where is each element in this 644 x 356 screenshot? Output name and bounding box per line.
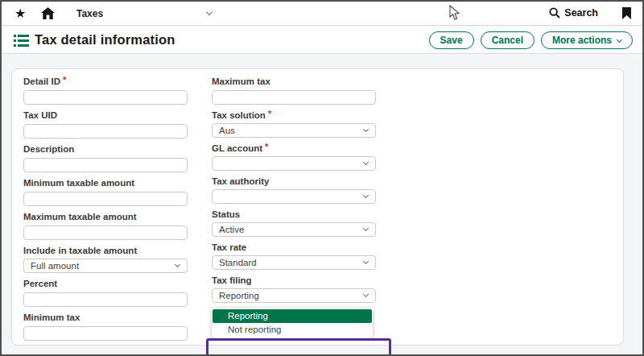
status-select[interactable]: Active xyxy=(212,222,376,237)
gl-account-field: GL account* xyxy=(212,143,376,171)
select-value: Aus xyxy=(219,126,235,135)
required-asterisk: * xyxy=(268,109,271,118)
field-label: Status xyxy=(212,209,240,219)
maximum-tax-input[interactable] xyxy=(212,90,376,105)
chevron-down-icon xyxy=(363,292,369,297)
tax-authority-field: Tax authority xyxy=(212,176,376,204)
more-actions-button[interactable]: More actions xyxy=(541,31,633,49)
minimum-taxable-amount-input[interactable] xyxy=(23,192,188,206)
field-label: Tax UID xyxy=(23,110,57,120)
nav-menu-taxes[interactable]: Taxes xyxy=(76,8,103,19)
field-label: Maximum tax xyxy=(212,77,270,86)
maximum-tax-field: Maximum tax xyxy=(212,77,376,105)
form-column-right: Maximum tax Tax solution* Aus GL account… xyxy=(212,77,376,344)
status-field: Status Active xyxy=(212,209,376,237)
more-actions-label: More actions xyxy=(552,35,612,46)
maximum-taxable-amount-field: Maximum taxable amount xyxy=(23,212,188,240)
field-label: Description xyxy=(23,144,74,154)
chevron-down-icon xyxy=(363,192,369,198)
home-icon[interactable] xyxy=(41,7,55,23)
field-label: GL account xyxy=(212,143,262,153)
field-label: Tax filing xyxy=(212,275,252,285)
more-actions-chevron-down-icon xyxy=(617,36,622,42)
field-label: Minimum taxable amount xyxy=(23,178,134,188)
minimum-tax-input[interactable] xyxy=(23,326,188,341)
chevron-down-icon xyxy=(363,259,369,264)
field-label: Minimum tax xyxy=(23,313,80,322)
record-list-icon[interactable] xyxy=(14,35,29,47)
app-window: ★ Taxes Search Tax detail information Sa… xyxy=(0,0,644,356)
dropdown-option-not-reporting[interactable]: Not reporting xyxy=(213,323,372,337)
form-column-left: Detail ID* Tax UID Description Minimum t… xyxy=(23,77,188,346)
tax-filing-select[interactable]: Reporting xyxy=(212,288,376,303)
dropdown-option-reporting[interactable]: Reporting xyxy=(213,309,372,323)
save-button[interactable]: Save xyxy=(429,31,474,49)
chevron-down-icon xyxy=(363,226,369,231)
select-value: Reporting xyxy=(219,291,259,300)
description-input[interactable] xyxy=(23,158,188,172)
maximum-taxable-amount-input[interactable] xyxy=(23,226,188,240)
tax-solution-field: Tax solution* Aus xyxy=(212,110,376,138)
header-actions: Save Cancel More actions xyxy=(429,31,633,49)
select-value: Active xyxy=(219,225,244,234)
required-asterisk: * xyxy=(63,75,66,85)
field-label: Tax solution xyxy=(212,110,266,120)
field-label: Detail ID xyxy=(23,77,60,86)
detail-id-input[interactable] xyxy=(23,90,188,105)
tax-uid-field: Tax UID xyxy=(23,110,188,139)
gl-account-select[interactable] xyxy=(212,156,376,171)
field-label: Percent xyxy=(23,279,57,288)
chevron-down-icon xyxy=(363,126,369,132)
field-label: Tax authority xyxy=(212,176,269,186)
minimum-tax-field: Minimum tax xyxy=(23,313,188,341)
tax-solution-select[interactable]: Aus xyxy=(212,123,376,138)
detail-id-field: Detail ID* xyxy=(23,77,188,105)
cancel-button[interactable]: Cancel xyxy=(481,31,535,49)
percent-input[interactable] xyxy=(23,292,188,307)
include-in-taxable-amount-field: Include in taxable amount Full amount xyxy=(23,246,188,273)
description-field: Description xyxy=(23,144,188,172)
page-header: Tax detail information Save Cancel More … xyxy=(2,27,642,54)
search-icon xyxy=(549,7,560,19)
tax-filing-field: Tax filing Reporting Reporting Not repor… xyxy=(212,275,376,338)
nav-chevron-down-icon[interactable] xyxy=(206,9,213,15)
chevron-down-icon xyxy=(363,159,369,165)
bookmark-icon[interactable] xyxy=(622,7,631,19)
tax-filing-dropdown: Reporting Not reporting xyxy=(212,308,373,338)
favorite-star-icon[interactable]: ★ xyxy=(14,5,26,23)
tax-authority-select[interactable] xyxy=(212,189,376,204)
mouse-cursor-icon xyxy=(449,5,460,24)
percent-field: Percent xyxy=(23,279,188,307)
tax-rate-field: Tax rate Standard xyxy=(212,242,376,270)
top-bar: ★ Taxes Search xyxy=(2,2,642,26)
include-in-taxable-amount-select[interactable]: Full amount xyxy=(23,259,188,273)
search-button[interactable]: Search xyxy=(549,7,598,19)
select-value: Standard xyxy=(219,258,257,267)
page-title: Tax detail information xyxy=(35,32,175,48)
search-label: Search xyxy=(564,7,598,19)
select-value: Full amount xyxy=(31,261,79,271)
chevron-down-icon xyxy=(175,262,180,267)
field-label: Maximum taxable amount xyxy=(23,212,137,221)
tax-uid-input[interactable] xyxy=(23,124,188,139)
tax-detail-form-panel: Detail ID* Tax UID Description Minimum t… xyxy=(11,68,624,346)
minimum-taxable-amount-field: Minimum taxable amount xyxy=(23,178,188,206)
tax-rate-select[interactable]: Standard xyxy=(212,255,376,270)
app-inner: ★ Taxes Search Tax detail information Sa… xyxy=(2,2,642,354)
required-asterisk: * xyxy=(265,142,268,151)
field-label: Tax rate xyxy=(212,242,246,252)
field-label: Include in taxable amount xyxy=(23,246,137,255)
